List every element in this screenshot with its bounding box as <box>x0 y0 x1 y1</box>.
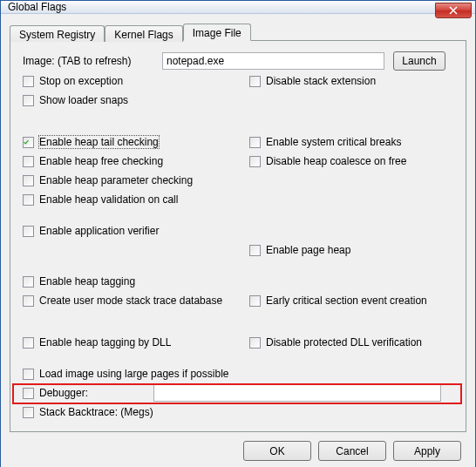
dialog-window: Global Flags System Registry Kernel Flag… <box>0 0 476 467</box>
debugger-input[interactable] <box>153 384 441 402</box>
image-input[interactable] <box>162 52 384 70</box>
enable-heap-tagging-label: Enable heap tagging <box>39 275 135 288</box>
dialog-button-row: OK Cancel Apply <box>10 432 466 463</box>
enable-app-verifier-checkbox[interactable]: Enable application verifier <box>23 225 159 237</box>
enable-page-heap-checkbox[interactable]: Enable page heap <box>249 244 350 256</box>
debugger-label: Debugger: <box>39 387 88 399</box>
apply-button[interactable]: Apply <box>393 441 461 461</box>
stop-on-exception-label: Stop on exception <box>39 75 123 87</box>
titlebar: Global Flags <box>1 1 475 14</box>
disable-heap-coalesce-label: Disable heap coalesce on free <box>266 155 406 167</box>
image-row: Image: (TAB to refresh) Launch <box>23 51 453 71</box>
tab-image-file[interactable]: Image File <box>183 24 251 41</box>
disable-heap-coalesce-checkbox[interactable]: Disable heap coalesce on free <box>249 155 406 167</box>
enable-heap-param-checkbox[interactable]: Enable heap parameter checking <box>23 174 193 186</box>
enable-heap-param-label: Enable heap parameter checking <box>39 174 193 186</box>
enable-heap-tail-checkbox[interactable]: Enable heap tail checking <box>23 136 159 148</box>
enable-page-heap-label: Enable page heap <box>266 244 350 256</box>
enable-heap-validation-label: Enable heap validation on call <box>39 193 178 206</box>
enable-heap-tail-label: Enable heap tail checking <box>39 136 159 148</box>
early-critical-label: Early critical section event creation <box>266 294 427 307</box>
close-button[interactable] <box>435 3 472 18</box>
enable-heap-validation-checkbox[interactable]: Enable heap validation on call <box>23 193 178 206</box>
show-loader-snaps-checkbox[interactable]: Show loader snaps <box>23 94 128 106</box>
tab-panel: Image: (TAB to refresh) Launch Stop on e… <box>10 40 466 432</box>
enable-heap-tag-dll-checkbox[interactable]: Enable heap tagging by DLL <box>23 336 171 349</box>
client-area: System Registry Kernel Flags Image File … <box>1 14 475 467</box>
disable-stack-extension-checkbox[interactable]: Disable stack extension <box>249 75 376 87</box>
tab-kernel-flags[interactable]: Kernel Flags <box>105 25 182 42</box>
enable-system-critical-label: Enable system critical breaks <box>266 136 401 148</box>
enable-heap-tag-dll-label: Enable heap tagging by DLL <box>39 336 171 349</box>
create-user-mode-trace-checkbox[interactable]: Create user mode stack trace database <box>23 294 222 307</box>
stack-backtrace-label: Stack Backtrace: (Megs) <box>39 406 153 418</box>
stop-on-exception-checkbox[interactable]: Stop on exception <box>23 75 123 87</box>
cancel-button[interactable]: Cancel <box>318 441 386 461</box>
enable-heap-free-checkbox[interactable]: Enable heap free checking <box>23 155 163 167</box>
load-large-pages-label: Load image using large pages if possible <box>39 368 228 380</box>
window-title: Global Flags <box>8 1 66 13</box>
debugger-checkbox[interactable]: Debugger: <box>23 387 88 399</box>
disable-protected-dll-checkbox[interactable]: Disable protected DLL verification <box>249 336 422 349</box>
image-label: Image: (TAB to refresh) <box>23 55 162 67</box>
launch-button[interactable]: Launch <box>393 51 445 71</box>
show-loader-snaps-label: Show loader snaps <box>39 94 128 106</box>
enable-heap-free-label: Enable heap free checking <box>39 155 163 167</box>
enable-heap-tagging-checkbox[interactable]: Enable heap tagging <box>23 275 135 288</box>
stack-backtrace-checkbox[interactable]: Stack Backtrace: (Megs) <box>23 406 153 418</box>
close-icon <box>449 6 458 15</box>
load-large-pages-checkbox[interactable]: Load image using large pages if possible <box>23 368 228 380</box>
early-critical-checkbox[interactable]: Early critical section event creation <box>249 294 427 307</box>
disable-stack-extension-label: Disable stack extension <box>266 75 376 87</box>
disable-protected-dll-label: Disable protected DLL verification <box>266 336 422 349</box>
tab-system-registry[interactable]: System Registry <box>10 25 105 42</box>
enable-app-verifier-label: Enable application verifier <box>39 225 159 237</box>
ok-button[interactable]: OK <box>243 441 311 461</box>
enable-system-critical-checkbox[interactable]: Enable system critical breaks <box>249 136 401 148</box>
tabstrip: System Registry Kernel Flags Image File <box>10 21 466 40</box>
create-user-mode-trace-label: Create user mode stack trace database <box>39 294 222 307</box>
